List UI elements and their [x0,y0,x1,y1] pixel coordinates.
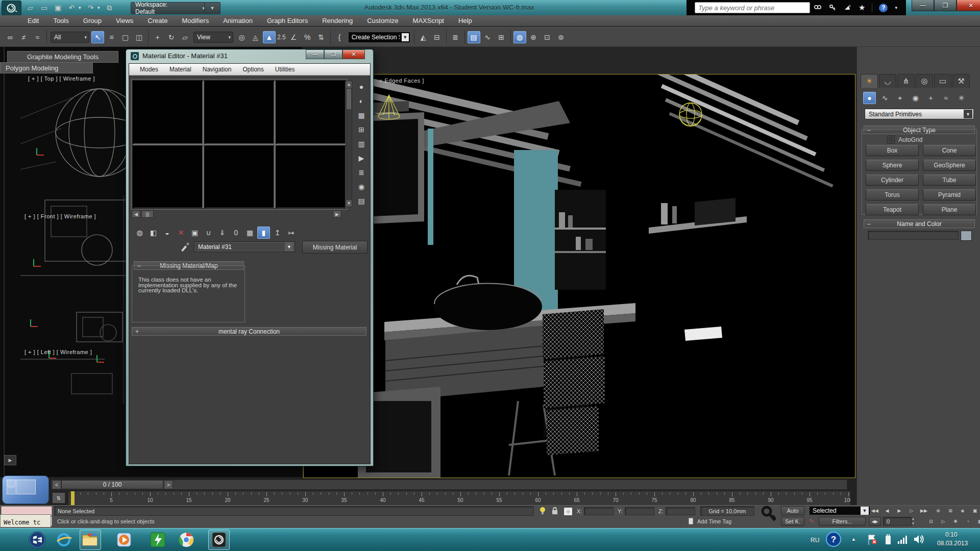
spinner-snap-icon[interactable]: ⇅ [315,31,328,43]
pan-icon[interactable]: ✥ [950,517,961,526]
material-id-icon[interactable]: 0 [230,227,242,239]
layer-manager-icon[interactable]: ≣ [449,31,462,43]
sample-slot[interactable] [204,81,274,144]
menu-animation[interactable]: Animation [216,15,260,27]
helpers-icon[interactable]: + [924,92,937,104]
clock-date[interactable]: 08.03.2013 [937,540,968,547]
show-map-viewport-icon[interactable]: ▦ [243,227,256,239]
snap-25-icon[interactable]: 2.5 [277,34,286,41]
ribbon-toggle-icon[interactable]: ▤ [468,31,480,43]
tab-utilities-icon[interactable]: ⚒ [952,74,970,88]
slot-scrollbar[interactable]: ▲ ▼ [346,81,352,207]
auto-key-button[interactable]: Auto [781,506,804,515]
reference-coordinate-dropdown[interactable]: View▾ [193,32,233,43]
slot-scroll-left-button[interactable]: ◀ [132,210,140,218]
viewport-front-label[interactable]: [ + ] [ Front ] [ Wireframe ] [24,213,96,219]
me-menu-utilities[interactable]: Utilities [270,66,301,73]
geometry-icon[interactable]: ● [863,92,876,104]
me-menu-options[interactable]: Options [237,66,269,73]
close-button[interactable]: ✕ [342,49,365,59]
absolute-offset-toggle[interactable]: ⊹ [564,507,573,516]
show-end-result-icon[interactable]: ▮ [257,227,270,239]
favorites-star-icon[interactable]: ★ [859,3,865,12]
time-slider-grip[interactable]: 0 / 100 [61,480,163,489]
search-input[interactable]: Type a keyword or phrase [695,2,810,13]
window-crossing-icon[interactable]: ◫ [133,31,145,43]
sample-slot[interactable] [204,145,274,209]
rectangular-region-icon[interactable]: ▢ [119,31,132,43]
percent-snap-icon[interactable]: % [301,31,314,43]
menu-views[interactable]: Views [109,15,140,27]
go-to-start-icon[interactable]: ◀◀ [869,506,880,515]
background-icon[interactable]: ▦ [355,109,368,121]
zoom-all-icon[interactable]: ⊞ [945,506,956,515]
material-editor-icon[interactable]: ◍ [513,31,526,43]
welcome-window[interactable]: Welcome tc [0,514,51,528]
sample-tiling-icon[interactable]: ⊞ [355,123,368,136]
restore-button[interactable]: ❐ [324,49,342,59]
minimize-button[interactable]: — [306,49,324,59]
me-menu-navigation[interactable]: Navigation [197,66,237,73]
open-file-icon[interactable]: ▭ [38,2,51,14]
ribbon-tab-graphite[interactable]: Graphite Modeling Tools [7,51,118,63]
isolate-selection-icon[interactable] [539,507,546,517]
autogrid-checkbox[interactable] [887,136,895,143]
3dsmax-logo[interactable] [2,1,21,16]
create-box[interactable]: Box [866,145,919,156]
key-filters-curve-icon[interactable]: ∿ [808,517,814,524]
systems-icon[interactable]: ✳ [955,92,968,104]
scroll-thumb[interactable] [347,89,351,109]
menu-create[interactable]: Create [140,15,175,27]
reset-map-icon[interactable]: ✕ [175,227,187,239]
undo-icon[interactable]: ↶ [65,2,78,14]
viewport-left-label[interactable]: [ + ] [ Left ] [ Wireframe ] [24,349,92,355]
perspective-viewport[interactable]: + Edged Faces ] [303,74,855,478]
primitives-dropdown[interactable]: Standard Primitives ▼ [865,109,974,119]
menu-customize[interactable]: Customize [360,15,405,27]
video-color-check-icon[interactable]: ▥ [355,138,368,150]
put-material-scene-icon[interactable]: ◧ [147,227,160,239]
taskbar-chrome[interactable] [176,530,197,550]
sample-slot[interactable] [133,145,203,209]
taskbar-3dsmax[interactable] [208,530,230,550]
options-icon[interactable]: ≣ [355,166,368,179]
menu-group[interactable]: Group [76,15,109,27]
next-frame-icon[interactable]: ▷ [906,506,917,515]
select-by-material-icon[interactable]: ◉ [355,181,368,193]
project-folder-icon[interactable]: ⧉ [103,2,116,14]
selection-filter-dropdown[interactable]: All▾ [51,32,89,43]
tab-modify-icon[interactable]: ◡ [879,74,896,88]
go-to-end-icon[interactable]: ▶▶ [918,506,929,515]
menu-graph-editors[interactable]: Graph Editors [260,15,315,27]
undo-caret-icon[interactable]: ▾ [79,5,84,10]
start-button[interactable] [27,530,48,550]
save-file-icon[interactable]: ▣ [52,2,64,14]
menu-rendering[interactable]: Rendering [315,15,360,27]
zoom-extents-all-icon[interactable]: ▣ [969,506,980,515]
tab-hierarchy-icon[interactable]: ⋔ [897,74,915,88]
object-name-input[interactable] [868,231,959,240]
add-time-tag[interactable]: Add Time Tag [697,518,731,524]
menu-tools[interactable]: Tools [46,15,76,27]
create-tube[interactable]: Tube [923,174,976,186]
make-copy-icon[interactable]: ▣ [188,227,201,239]
material-name-dropdown[interactable]: Material #31 ▼ [194,241,295,252]
assign-material-icon[interactable]: ◒ [161,227,174,239]
viewport-top-label[interactable]: [ + ] [ Top ] [ Wireframe ] [28,76,95,82]
put-to-library-icon[interactable]: ⇓ [216,227,229,239]
menu-maxscript[interactable]: MAXScript [406,15,451,27]
select-manipulate-icon[interactable]: ◬ [249,31,262,43]
scroll-down-icon[interactable]: ▼ [346,200,352,207]
next-frame-button[interactable]: > [164,480,173,489]
search-icon[interactable] [814,4,822,11]
help-center-tray-icon[interactable]: ? [825,531,842,550]
create-plane[interactable]: Plane [923,204,976,215]
render-production-icon[interactable]: ⊚ [555,31,568,43]
render-setup-icon[interactable]: ⊛ [527,31,540,43]
restore-button[interactable]: ❐ [934,0,957,11]
frame-spinner[interactable]: ▲▼ [912,517,917,526]
tab-create-icon[interactable]: ☀ [861,74,878,88]
set-keys-key-icon[interactable] [761,505,776,528]
me-menu-material[interactable]: Material [164,66,197,73]
backlight-icon[interactable]: ◐ [355,95,368,107]
